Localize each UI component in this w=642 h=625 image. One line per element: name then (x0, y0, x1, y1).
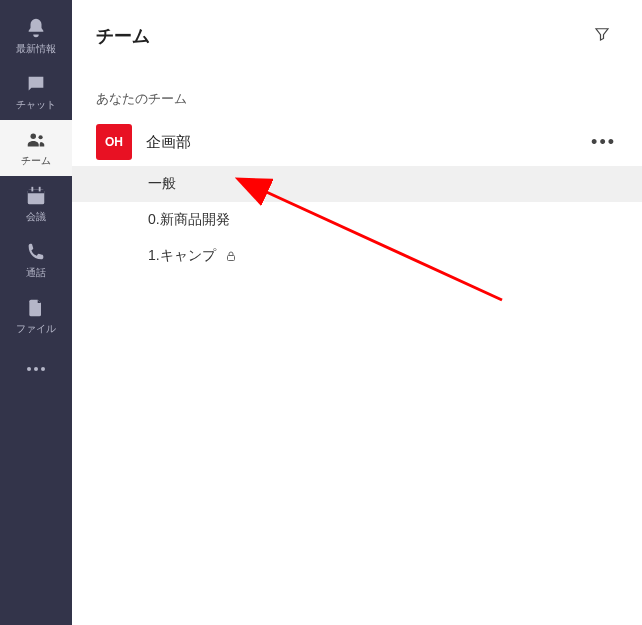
phone-icon (24, 240, 48, 264)
ellipsis-icon (25, 359, 47, 377)
sidebar-item-label: 最新情報 (16, 42, 56, 56)
filter-icon (593, 25, 611, 47)
channel-name: 1.キャンプ (148, 247, 216, 265)
ellipsis-icon: ••• (591, 132, 616, 152)
svg-point-7 (34, 367, 38, 371)
bell-icon (24, 16, 48, 40)
main-panel: チーム あなたのチーム OH 企画部 ••• 一般 0.新商品開発 1.キャンプ (72, 0, 642, 625)
sidebar-item-label: 通話 (26, 266, 46, 280)
file-icon (24, 296, 48, 320)
svg-point-1 (38, 135, 42, 139)
chat-icon (24, 72, 48, 96)
channel-item[interactable]: 一般 (72, 166, 642, 202)
team-name: 企画部 (146, 133, 571, 152)
channel-name: 0.新商品開発 (148, 211, 230, 229)
sidebar-item-label: 会議 (26, 210, 46, 224)
sidebar-item-label: チャット (16, 98, 56, 112)
svg-rect-9 (227, 256, 234, 261)
sidebar-item-label: チーム (21, 154, 51, 168)
channel-item[interactable]: 0.新商品開発 (72, 202, 642, 238)
team-more-button[interactable]: ••• (585, 128, 622, 157)
section-label: あなたのチーム (72, 72, 642, 118)
svg-point-6 (27, 367, 31, 371)
svg-point-0 (31, 134, 37, 140)
svg-rect-3 (28, 190, 45, 194)
sidebar-item-activity[interactable]: 最新情報 (0, 8, 72, 64)
calendar-icon (24, 184, 48, 208)
sidebar-item-meetings[interactable]: 会議 (0, 176, 72, 232)
team-row[interactable]: OH 企画部 ••• (72, 118, 642, 166)
sidebar-item-label: ファイル (16, 322, 56, 336)
sidebar-item-calls[interactable]: 通話 (0, 232, 72, 288)
teams-icon (24, 128, 48, 152)
team-avatar: OH (96, 124, 132, 160)
sidebar-more-button[interactable] (0, 344, 72, 392)
svg-point-8 (41, 367, 45, 371)
channel-list: 一般 0.新商品開発 1.キャンプ (72, 166, 642, 274)
channel-name: 一般 (148, 175, 176, 193)
channel-item[interactable]: 1.キャンプ (72, 238, 642, 274)
filter-button[interactable] (586, 20, 618, 52)
sidebar-item-chat[interactable]: チャット (0, 64, 72, 120)
svg-rect-4 (31, 187, 33, 192)
app-sidebar: 最新情報 チャット チーム 会議 通話 ファイル (0, 0, 72, 625)
sidebar-item-files[interactable]: ファイル (0, 288, 72, 344)
panel-header: チーム (72, 0, 642, 72)
lock-icon (224, 249, 238, 263)
page-title: チーム (96, 24, 150, 48)
sidebar-item-teams[interactable]: チーム (0, 120, 72, 176)
svg-rect-5 (39, 187, 41, 192)
